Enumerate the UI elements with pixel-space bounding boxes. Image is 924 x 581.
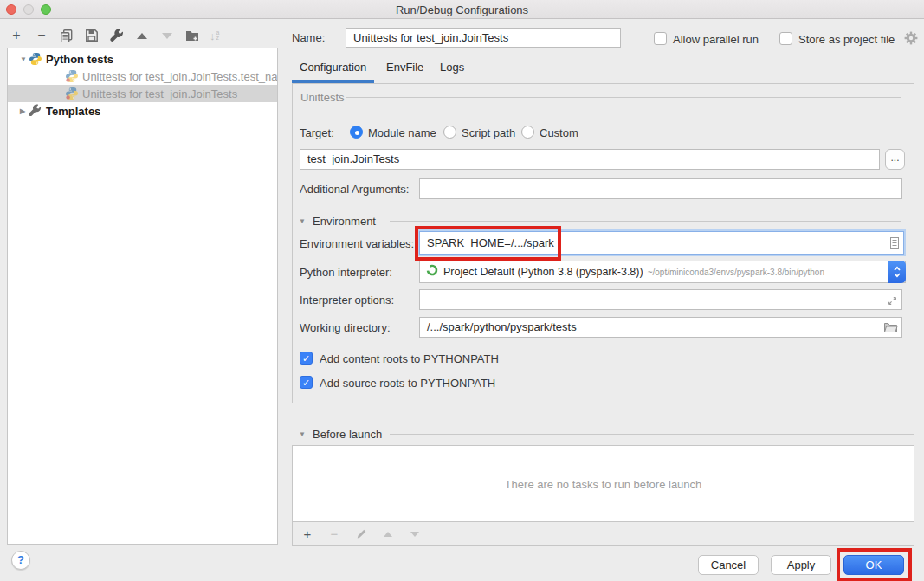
environment-section-label: Environment [313, 215, 376, 228]
additional-arguments-field[interactable] [419, 178, 902, 199]
radio-script-path-label: Script path [462, 126, 515, 139]
copy-configuration-icon[interactable] [59, 28, 74, 43]
move-task-up-icon[interactable] [380, 526, 396, 542]
expand-field-icon[interactable] [887, 294, 898, 310]
tree-item-label: Unittests for test_join.JoinTests [82, 87, 237, 100]
tree-item-unittests-test-narrow[interactable]: Unittests for test_join.JoinTests.test_n… [8, 68, 277, 85]
name-label: Name: [292, 31, 325, 44]
run-debug-configurations-dialog: Run/Debug Configurations + − ↓ az ▼ [0, 0, 924, 581]
add-source-roots-label: Add source roots to PYTHONPATH [320, 377, 495, 390]
move-down-icon[interactable] [159, 28, 175, 43]
move-up-icon[interactable] [134, 28, 150, 43]
before-launch-collapse-icon[interactable]: ▼ [299, 430, 306, 438]
tree-item-unittests-jointests-selected[interactable]: Unittests for test_join.JoinTests [8, 85, 277, 102]
configurations-tree: ▼ Python tests Unittests for test_join.J… [7, 48, 278, 545]
python-interpreter-path: ~/opt/miniconda3/envs/pyspark-3.8/bin/py… [648, 268, 824, 277]
tree-item-label: Python tests [46, 53, 113, 66]
checkmark-icon: ✓ [302, 353, 310, 364]
before-launch-section-divider [390, 434, 914, 435]
radio-module-name[interactable] [350, 126, 363, 139]
add-task-icon[interactable]: + [300, 526, 315, 542]
working-directory-label: Working directory: [300, 321, 391, 334]
radio-custom[interactable] [521, 126, 534, 139]
chevron-down-icon[interactable]: ▼ [20, 55, 29, 63]
chevron-right-icon[interactable]: ▶ [20, 107, 29, 115]
wrench-icon [29, 104, 42, 118]
remove-configuration-icon[interactable]: − [34, 28, 49, 43]
radio-module-name-label: Module name [368, 126, 436, 139]
python-interpreter-combobox[interactable]: Project Default (Python 3.8 (pyspark-3.8… [419, 261, 906, 283]
module-name-field[interactable]: test_join.JoinTests [300, 149, 880, 170]
environment-variables-label: Environment variables: [300, 237, 414, 250]
move-task-down-icon[interactable] [407, 526, 423, 542]
add-source-roots-checkbox[interactable]: ✓ [300, 376, 313, 389]
before-launch-toolbar: + − [293, 521, 914, 545]
tree-item-label: Templates [46, 105, 100, 118]
before-launch-section-label: Before launch [313, 428, 382, 441]
apply-button[interactable]: Apply [771, 555, 831, 575]
interpreter-dropdown-stepper[interactable] [888, 261, 906, 283]
working-directory-field[interactable]: /.../spark/python/pyspark/tests [419, 317, 902, 338]
edit-task-pencil-icon[interactable] [353, 526, 369, 542]
python-test-icon [65, 87, 79, 100]
store-as-project-file-checkbox[interactable] [779, 32, 792, 45]
title-bar: Run/Debug Configurations [0, 0, 924, 19]
add-configuration-icon[interactable]: + [9, 28, 24, 43]
conda-environment-icon [426, 264, 438, 280]
allow-parallel-run-label: Allow parallel run [673, 33, 759, 46]
tree-item-label: Unittests for test_join.JoinTests.test_n… [82, 70, 277, 83]
unittests-section-divider [346, 97, 901, 98]
cancel-button[interactable]: Cancel [698, 555, 759, 575]
environment-collapse-icon[interactable]: ▼ [299, 217, 306, 225]
add-content-roots-checkbox[interactable]: ✓ [300, 352, 313, 365]
edit-variables-list-icon[interactable] [888, 236, 901, 253]
python-interpreter-label: Python interpreter: [300, 266, 392, 279]
tree-item-templates[interactable]: ▶ Templates [8, 102, 277, 119]
window-title: Run/Debug Configurations [0, 3, 924, 16]
help-button[interactable]: ? [11, 551, 30, 570]
before-launch-task-list: There are no tasks to run before launch … [292, 445, 914, 546]
tab-logs[interactable]: Logs [440, 61, 464, 74]
browse-button[interactable]: ... [885, 149, 905, 170]
create-folder-icon[interactable] [184, 28, 200, 43]
remove-task-icon[interactable]: − [326, 526, 342, 542]
allow-parallel-run-checkbox[interactable] [654, 32, 667, 45]
interpreter-options-label: Interpreter options: [300, 294, 394, 307]
save-configuration-icon[interactable] [84, 28, 100, 43]
tree-item-python-tests[interactable]: ▼ Python tests [8, 50, 277, 68]
before-launch-empty-text: There are no tasks to run before launch [293, 446, 914, 522]
add-content-roots-label: Add content roots to PYTHONPATH [320, 352, 499, 365]
tab-envfile[interactable]: EnvFile [386, 61, 423, 74]
ok-button[interactable]: OK [843, 555, 904, 575]
python-test-icon [65, 69, 79, 83]
configurations-toolbar: + − ↓ az [9, 26, 219, 45]
gear-icon[interactable] [904, 31, 918, 48]
environment-section-divider [390, 221, 901, 222]
store-as-project-file-label: Store as project file [798, 33, 895, 46]
python-icon [29, 52, 42, 66]
tab-configuration[interactable]: Configuration [300, 61, 366, 74]
unittests-section-label: Unittests [300, 91, 345, 104]
target-label: Target: [300, 126, 334, 139]
checkmark-icon: ✓ [302, 378, 310, 388]
radio-custom-label: Custom [540, 126, 578, 139]
additional-arguments-label: Additional Arguments: [300, 183, 409, 196]
interpreter-options-field[interactable] [419, 289, 902, 310]
edit-templates-wrench-icon[interactable] [109, 28, 125, 43]
name-input[interactable] [346, 28, 621, 48]
environment-variables-field[interactable]: SPARK_HOME=/.../spark [419, 231, 904, 255]
sort-configurations-icon[interactable]: ↓ az [210, 29, 219, 42]
radio-script-path[interactable] [443, 126, 456, 139]
python-interpreter-value: Project Default (Python 3.8 (pyspark-3.8… [443, 266, 643, 278]
folder-icon[interactable] [883, 321, 898, 337]
